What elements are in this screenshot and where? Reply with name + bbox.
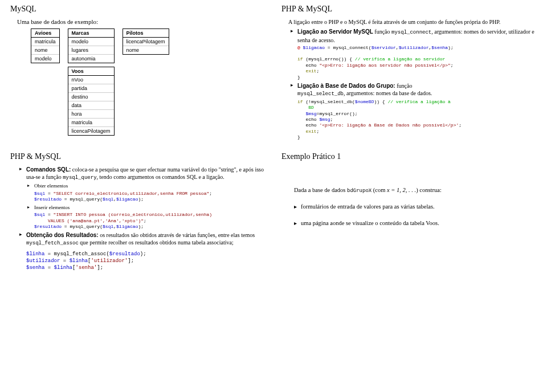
cs: $resultado xyxy=(34,224,62,229)
t: Dada a base de dados xyxy=(294,187,347,193)
t: que permite recolher os resultados obtid… xyxy=(79,239,234,246)
slide-title: PHP & MySQL xyxy=(281,5,537,14)
cs: = xyxy=(45,212,53,217)
table-avioes: Avioes matricula nome modelo xyxy=(31,28,60,63)
cs: 'utilizador' xyxy=(91,258,128,264)
tt: mysql_query xyxy=(63,175,96,181)
code-select-db: if (!mysql_select_db($nomeBD)) { // veri… xyxy=(297,99,537,141)
cs: // verifica a ligação ao servidor xyxy=(355,56,445,62)
cs: "INSERT INTO pessoa (correio_electronico… xyxy=(54,212,212,217)
tt: mysql_select_db xyxy=(297,91,344,97)
cs: $nomeBD xyxy=(355,99,374,104)
cs: ); xyxy=(448,45,454,50)
slide-title: PHP & MySQL xyxy=(10,152,266,161)
table-col: autonomia xyxy=(68,55,114,63)
cs: =mysql_error(); xyxy=(317,111,358,116)
table-col: nome xyxy=(123,46,169,54)
t: função xyxy=(395,83,413,89)
table-col: hora xyxy=(68,110,114,119)
cs: $ligacao xyxy=(303,45,325,50)
table-col: matricula xyxy=(68,119,114,127)
spacer xyxy=(281,166,537,186)
cs: $ligacao xyxy=(116,224,138,229)
slide-subtitle: Uma base de dados de exemplo: xyxy=(17,18,266,25)
cs: $resultado xyxy=(109,251,140,257)
exercise-item-page: uma página aonde se visualize o conteúdo… xyxy=(294,219,537,228)
cs: $sql xyxy=(34,191,45,196)
slide-mysql-schema: MySQL Uma base de dados de exemplo: Avio… xyxy=(10,5,266,142)
code-fetch: $linha = mysql_fetch_assoc($resultado); … xyxy=(26,251,266,271)
code-connect: @ $ligacao = mysql_connect($servidor,$ut… xyxy=(297,45,537,80)
cs: $linha xyxy=(26,251,44,257)
cs: } xyxy=(297,134,300,140)
cs: $sql xyxy=(103,224,113,229)
cs: '<p>Erro: ligação à Base de Dados não po… xyxy=(319,122,459,128)
cs: VALUES ('ana@ana.pt','Ana','xpto')" xyxy=(34,218,144,223)
cs: $utilizador xyxy=(399,45,429,50)
table-col: nVoo xyxy=(68,76,114,84)
cs: } xyxy=(297,75,300,80)
cs: = xyxy=(60,258,69,264)
table-col: licencaPilotagem xyxy=(68,127,114,135)
cs: (!mysql_select_db( xyxy=(303,99,355,104)
intro-text: A ligação entre o PHP e o MySQL é feita … xyxy=(288,18,537,26)
cs: ); xyxy=(140,251,146,257)
t: os resultados são obtidos através de vár… xyxy=(99,232,255,238)
t: ) construa: xyxy=(416,187,442,193)
cs: echo xyxy=(297,117,319,122)
cs: = xyxy=(44,265,54,271)
cs: @ xyxy=(297,45,303,50)
table-col: modelo xyxy=(31,55,59,63)
table-marcas: Marcas modelo lugares autonomia xyxy=(68,28,115,63)
table-col: licencaPilotagem xyxy=(123,38,169,46)
cs: $resultado xyxy=(34,197,62,202)
bullet-commands-sql: Comandos SQL: coloca-se a pesquisa que s… xyxy=(19,166,266,182)
cs: ); xyxy=(138,197,144,202)
slide-php-mysql-query: PHP & MySQL Comandos SQL: coloca-se a pe… xyxy=(10,152,266,271)
cs: echo xyxy=(297,63,319,68)
cs: // verifica a ligação à xyxy=(387,99,450,104)
tt: bdGrupoX xyxy=(347,188,372,194)
cs: "<p>Erro: ligação aos servidor não possí… xyxy=(319,63,450,68)
cs: if xyxy=(297,56,303,62)
bullet-bold: Obtenção dos Resultados: xyxy=(26,232,99,238)
cs: = mysql_connect( xyxy=(325,45,372,50)
table-header: Marcas xyxy=(68,29,114,38)
bullet-bold: Ligação ao Servidor MySQL xyxy=(297,28,373,35)
cs: ; xyxy=(317,129,320,134)
cs: = mysql_query( xyxy=(62,197,103,202)
slide-php-mysql-connect: PHP & MySQL A ligação entre o PHP e o My… xyxy=(281,5,537,142)
cs: ; xyxy=(144,218,146,223)
cs: $sql xyxy=(34,212,45,217)
table-col: partida xyxy=(68,84,114,93)
math: x = 1, 2, . . . xyxy=(387,187,416,193)
tt: mysql_fetch_assoc xyxy=(26,240,79,246)
code-select: $sql = "SELECT correio_electronico,utili… xyxy=(34,191,266,203)
cs: ; xyxy=(209,191,212,196)
cs: "SELECT correio_electronico,utilizador,s… xyxy=(54,191,210,196)
cs: $utilizador xyxy=(26,258,60,264)
subbullet-obter: Obter elementos xyxy=(27,183,266,190)
table-header: Avioes xyxy=(31,29,59,38)
table-col: destino xyxy=(68,93,114,101)
bullet-connect-server: Ligação ao Servidor MySQL função mysql_c… xyxy=(291,28,537,44)
table-voos: Voos nVoo partida destino data hora matr… xyxy=(68,67,115,136)
slide-title: MySQL xyxy=(10,5,266,14)
cs: ; xyxy=(451,63,454,68)
t: , tendo como argumentos os comandos SQL … xyxy=(97,174,224,180)
cs: BD xyxy=(297,105,314,110)
t: função xyxy=(373,28,391,35)
table-col: matricula xyxy=(31,38,59,46)
cs: ; xyxy=(459,122,462,128)
cs: ; xyxy=(330,117,333,122)
cs: $sql xyxy=(103,197,113,202)
cs: (mysql_errno()) { xyxy=(303,56,355,62)
code-insert: $sql = "INSERT INTO pessoa (correio_elec… xyxy=(34,212,266,230)
page-grid: MySQL Uma base de dados de exemplo: Avio… xyxy=(10,5,537,272)
cs: exit xyxy=(297,129,317,134)
bullet-bold: Ligação à Base de Dados do Grupo: xyxy=(297,83,395,89)
cs: $linha xyxy=(70,258,88,264)
cs: ; xyxy=(317,68,320,74)
cs: ); xyxy=(138,224,144,229)
cs: )) { xyxy=(374,99,387,104)
